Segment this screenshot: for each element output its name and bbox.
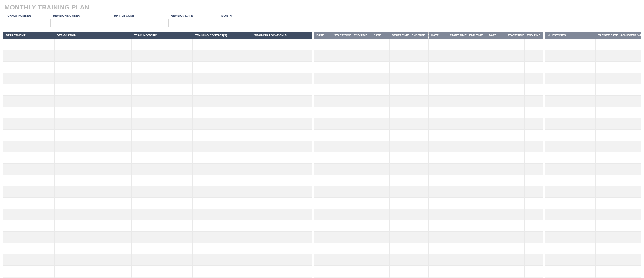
cell[interactable] (193, 209, 252, 220)
cell[interactable] (447, 232, 467, 243)
cell[interactable] (428, 277, 447, 278)
cell[interactable] (193, 277, 252, 278)
cell[interactable] (54, 141, 131, 152)
cell[interactable] (505, 73, 525, 84)
cell[interactable] (332, 73, 351, 84)
cell[interactable] (618, 118, 641, 130)
cell[interactable] (389, 62, 409, 73)
cell[interactable] (252, 186, 313, 198)
cell[interactable] (447, 243, 467, 254)
cell[interactable] (252, 232, 313, 243)
cell[interactable] (54, 266, 131, 277)
cell[interactable] (428, 118, 447, 130)
cell[interactable] (371, 198, 389, 209)
cell[interactable] (618, 175, 641, 186)
cell[interactable] (252, 164, 313, 175)
cell[interactable] (409, 164, 428, 175)
cell[interactable] (486, 198, 505, 209)
cell[interactable] (371, 164, 389, 175)
cell[interactable] (596, 73, 618, 84)
cell[interactable] (313, 84, 332, 96)
cell[interactable] (131, 186, 193, 198)
cell[interactable] (409, 50, 428, 62)
cell[interactable] (252, 198, 313, 209)
cell[interactable] (467, 130, 486, 141)
cell[interactable] (486, 164, 505, 175)
cell[interactable] (544, 73, 595, 84)
cell[interactable] (252, 152, 313, 164)
cell[interactable] (447, 84, 467, 96)
cell[interactable] (389, 118, 409, 130)
cell[interactable] (131, 107, 193, 118)
cell[interactable] (618, 209, 641, 220)
cell[interactable] (313, 220, 332, 232)
cell[interactable] (447, 198, 467, 209)
cell[interactable] (467, 175, 486, 186)
cell[interactable] (505, 107, 525, 118)
cell[interactable] (351, 266, 371, 277)
cell[interactable] (596, 107, 618, 118)
cell[interactable] (505, 152, 525, 164)
cell[interactable] (525, 198, 544, 209)
cell[interactable] (428, 198, 447, 209)
cell[interactable] (193, 62, 252, 73)
cell[interactable] (131, 232, 193, 243)
cell[interactable] (428, 107, 447, 118)
cell[interactable] (428, 209, 447, 220)
cell[interactable] (525, 232, 544, 243)
cell[interactable] (193, 152, 252, 164)
cell[interactable] (313, 164, 332, 175)
cell[interactable] (618, 62, 641, 73)
cell[interactable] (332, 232, 351, 243)
cell[interactable] (618, 198, 641, 209)
cell[interactable] (505, 232, 525, 243)
cell[interactable] (389, 84, 409, 96)
cell[interactable] (351, 118, 371, 130)
cell[interactable] (486, 96, 505, 107)
cell[interactable] (618, 164, 641, 175)
cell[interactable] (544, 141, 595, 152)
cell[interactable] (193, 39, 252, 50)
cell[interactable] (596, 118, 618, 130)
cell[interactable] (3, 96, 55, 107)
cell[interactable] (54, 39, 131, 50)
cell[interactable] (467, 96, 486, 107)
cell[interactable] (389, 164, 409, 175)
cell[interactable] (525, 107, 544, 118)
cell[interactable] (389, 198, 409, 209)
cell[interactable] (252, 266, 313, 277)
cell[interactable] (486, 62, 505, 73)
cell[interactable] (332, 209, 351, 220)
cell[interactable] (193, 73, 252, 84)
cell[interactable] (409, 73, 428, 84)
cell[interactable] (428, 130, 447, 141)
cell[interactable] (193, 232, 252, 243)
cell[interactable] (467, 62, 486, 73)
cell[interactable] (3, 84, 55, 96)
cell[interactable] (486, 118, 505, 130)
cell[interactable] (447, 186, 467, 198)
cell[interactable] (409, 62, 428, 73)
cell[interactable] (618, 186, 641, 198)
cell[interactable] (409, 84, 428, 96)
cell[interactable] (409, 130, 428, 141)
cell[interactable] (3, 175, 55, 186)
cell[interactable] (313, 186, 332, 198)
cell[interactable] (351, 152, 371, 164)
cell[interactable] (544, 130, 595, 141)
cell[interactable] (505, 141, 525, 152)
cell[interactable] (486, 220, 505, 232)
cell[interactable] (313, 277, 332, 278)
cell[interactable] (3, 186, 55, 198)
cell[interactable] (544, 118, 595, 130)
cell[interactable] (131, 141, 193, 152)
cell[interactable] (371, 130, 389, 141)
cell[interactable] (467, 39, 486, 50)
cell[interactable] (596, 96, 618, 107)
cell[interactable] (544, 107, 595, 118)
cell[interactable] (351, 96, 371, 107)
cell[interactable] (618, 152, 641, 164)
cell[interactable] (252, 254, 313, 266)
cell[interactable] (313, 50, 332, 62)
cell[interactable] (467, 243, 486, 254)
